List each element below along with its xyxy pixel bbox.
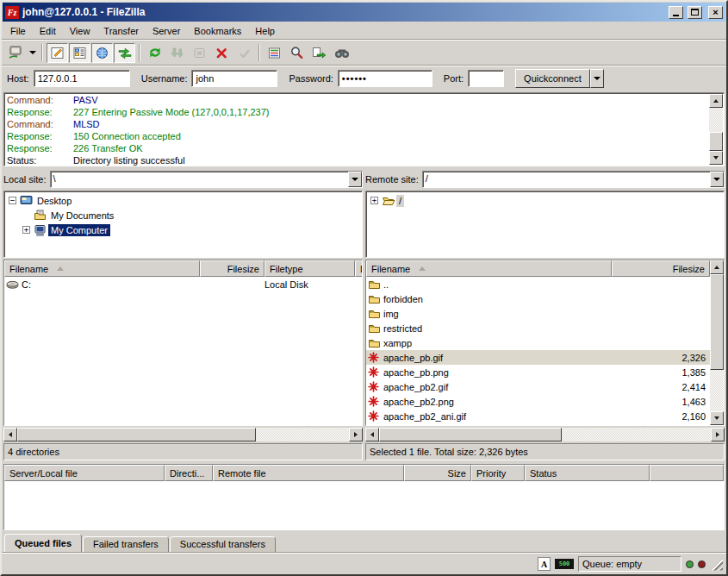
- column-header-filename[interactable]: Filename: [4, 260, 200, 277]
- remote-file-row[interactable]: restricted: [366, 321, 710, 335]
- remote-file-row[interactable]: img: [366, 306, 710, 321]
- tree-item[interactable]: +My Computer: [5, 222, 361, 237]
- tree-item[interactable]: +/: [367, 193, 723, 208]
- file-name-cell: apache_pb2.png: [366, 396, 612, 407]
- scrollbar-thumb[interactable]: [710, 274, 724, 370]
- process-queue-button[interactable]: [166, 43, 188, 63]
- local-directory-tree: −DesktopMy Documents+My Computer: [3, 191, 363, 258]
- process-queue-icon: [170, 47, 184, 59]
- site-manager-dropdown-button[interactable]: [27, 43, 38, 63]
- toggle-local-tree-button[interactable]: [69, 43, 90, 63]
- remote-horizontal-scrollbar[interactable]: [365, 428, 725, 441]
- quickconnect-dropdown-button[interactable]: [590, 69, 604, 88]
- host-input[interactable]: [34, 70, 130, 87]
- file-search-button[interactable]: [286, 43, 308, 63]
- close-button[interactable]: ×: [708, 6, 723, 19]
- remote-site-combo[interactable]: /: [422, 171, 725, 188]
- remote-file-row[interactable]: apache_pb.png1,385: [366, 365, 710, 379]
- local-site-label: Local site:: [3, 174, 47, 185]
- menu-file[interactable]: File: [3, 24, 33, 38]
- resize-grip[interactable]: [710, 558, 723, 571]
- maximize-button[interactable]: [688, 6, 702, 19]
- tab-successful-transfers[interactable]: Successful transfers: [170, 536, 276, 553]
- column-header-filesize[interactable]: Filesize: [612, 260, 710, 277]
- find-files-button[interactable]: [331, 43, 352, 63]
- toggle-message-log-button[interactable]: [47, 43, 68, 63]
- remote-file-row[interactable]: apache_pb2_ani.gif2,160: [366, 409, 710, 423]
- scrollbar-thumb[interactable]: [709, 132, 723, 151]
- refresh-button[interactable]: [144, 43, 165, 63]
- log-line-label: Response:: [7, 130, 73, 142]
- remote-vertical-scrollbar[interactable]: [710, 260, 724, 425]
- column-header-directi[interactable]: Directi...: [165, 465, 213, 481]
- local-site-dropdown-button[interactable]: [348, 172, 362, 187]
- menu-bookmarks[interactable]: Bookmarks: [187, 24, 248, 38]
- directory-comparison-button[interactable]: [308, 43, 330, 63]
- tree-item[interactable]: −Desktop: [5, 193, 361, 208]
- remote-file-row[interactable]: xampp: [366, 335, 710, 350]
- local-horizontal-scrollbar[interactable]: [3, 428, 363, 441]
- scroll-right-button[interactable]: [349, 428, 363, 441]
- cancel-icon: [193, 47, 207, 59]
- tab-queued-files[interactable]: Queued files: [4, 534, 82, 553]
- directory-listing-filters-button[interactable]: [264, 43, 285, 63]
- column-header-priority[interactable]: Priority: [471, 465, 525, 481]
- column-header-label: Server/Local file: [9, 468, 78, 479]
- column-header-l[interactable]: L: [355, 260, 363, 277]
- minimize-button[interactable]: [669, 6, 683, 19]
- scrollbar-thumb[interactable]: [17, 428, 256, 441]
- remote-site-dropdown-button[interactable]: [710, 172, 724, 187]
- log-scrollbar[interactable]: [709, 94, 723, 165]
- tab-failed-transfers[interactable]: Failed transfers: [83, 536, 169, 553]
- menu-transfer[interactable]: Transfer: [96, 24, 146, 38]
- local-site-value: \: [51, 172, 348, 187]
- filezilla-app-icon: Fz: [5, 6, 19, 19]
- toggle-transfer-queue-button[interactable]: [114, 43, 135, 63]
- transfer-type-indicator[interactable]: A: [538, 557, 551, 571]
- column-header-filetype[interactable]: Filetype: [264, 260, 355, 277]
- remote-file-row[interactable]: forbidden: [366, 291, 710, 306]
- scroll-down-button[interactable]: [709, 151, 723, 165]
- scroll-down-button[interactable]: [710, 411, 724, 425]
- title-bar[interactable]: Fz john@127.0.0.1 - FileZilla ×: [3, 3, 725, 22]
- expand-plus-icon[interactable]: +: [22, 226, 30, 234]
- delete-button[interactable]: [211, 43, 233, 63]
- toggle-remote-tree-button[interactable]: [91, 43, 113, 63]
- log-line-label: Status:: [7, 154, 73, 166]
- menu-view[interactable]: View: [63, 24, 97, 38]
- toolbar-separator: [139, 44, 140, 61]
- scroll-left-button[interactable]: [365, 428, 379, 441]
- scrollbar-thumb[interactable]: [379, 428, 562, 441]
- menu-help[interactable]: Help: [248, 24, 282, 38]
- expand-plus-icon[interactable]: +: [370, 197, 378, 204]
- remote-file-row[interactable]: apache_pb2.png1,463: [366, 394, 710, 409]
- site-manager-button[interactable]: [4, 43, 26, 63]
- apply-button[interactable]: [233, 43, 255, 63]
- column-header-filename[interactable]: Filename: [366, 260, 612, 277]
- speed-limit-indicator[interactable]: 500: [555, 559, 574, 569]
- column-header-col[interactable]: [650, 465, 724, 481]
- scroll-right-button[interactable]: [711, 428, 725, 441]
- port-input[interactable]: [468, 70, 504, 87]
- remote-file-row[interactable]: apache_pb2.gif2,414: [366, 379, 710, 394]
- column-header-server-local-file[interactable]: Server/Local file: [4, 465, 165, 481]
- local-file-row[interactable]: C:Local Disk: [4, 277, 362, 291]
- column-header-filesize[interactable]: Filesize: [200, 260, 264, 277]
- remote-file-row[interactable]: ..: [366, 277, 710, 291]
- menu-server[interactable]: Server: [146, 24, 187, 38]
- collapse-minus-icon[interactable]: −: [9, 197, 16, 204]
- scroll-left-button[interactable]: [3, 428, 17, 441]
- cancel-operation-button[interactable]: [189, 43, 210, 63]
- password-input[interactable]: [338, 70, 432, 87]
- username-input[interactable]: [191, 70, 277, 87]
- scroll-up-button[interactable]: [709, 94, 723, 108]
- scroll-up-button[interactable]: [710, 260, 724, 274]
- column-header-remote-file[interactable]: Remote file: [213, 465, 404, 481]
- column-header-status[interactable]: Status: [525, 465, 650, 481]
- quickconnect-button[interactable]: Quickconnect: [515, 69, 590, 88]
- local-site-combo[interactable]: \: [50, 171, 363, 188]
- menu-edit[interactable]: Edit: [33, 24, 63, 38]
- column-header-size[interactable]: Size: [404, 465, 471, 481]
- remote-file-row[interactable]: apache_pb.gif2,326: [366, 350, 710, 365]
- tree-item[interactable]: My Documents: [5, 208, 361, 222]
